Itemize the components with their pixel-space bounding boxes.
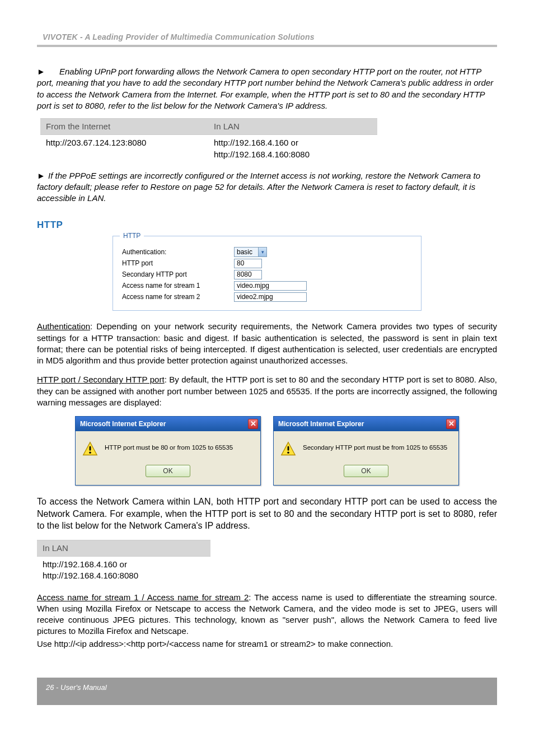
close-icon[interactable]: ✕ [248,419,258,429]
dialog-message: HTTP port must be 80 or from 1025 to 655… [105,441,233,452]
table-row: http://203.67.124.123:8080 http://192.16… [40,135,377,162]
authentication-value: basic [237,248,258,256]
label-access-stream1: Access name for stream 1 [122,281,234,290]
paragraph-use-url: Use http://<ip address>:<http port>/<acc… [37,638,497,650]
close-icon[interactable]: ✕ [446,419,456,429]
note-pppoe: ►If the PPPoE settings are incorrectly c… [37,170,497,204]
table-header-row: From the Internet In LAN [40,119,377,135]
warning-icon [82,441,98,457]
page-footer: 26 - User's Manual [37,678,497,705]
warning-icon [280,441,296,457]
label-access-stream2: Access name for stream 2 [122,292,234,301]
dialog-http-port-warning: Microsoft Internet Explorer ✕ HTTP port … [75,416,261,486]
table-header-row: In LAN [37,540,210,556]
dialog-secondary-port-warning: Microsoft Internet Explorer ✕ Secondary … [273,416,459,486]
table-header-lan: In LAN [37,540,210,556]
footer-text: 26 - User's Manual [46,683,107,692]
note-upnp-text: Enabling UPnP port forwarding allows the… [37,67,493,110]
dialog-titlebar[interactable]: Microsoft Internet Explorer ✕ [274,417,458,431]
ok-button[interactable]: OK [344,465,388,477]
address-table-internet-lan: From the Internet In LAN http://203.67.1… [40,118,377,162]
lan-url-2: http://192.168.4.160:8080 [43,571,138,580]
svg-point-2 [89,452,91,454]
address-table-lan: In LAN http://192.168.4.160 or http://19… [37,540,210,584]
paragraph-authentication: Authentication: Depending on your networ… [37,321,497,366]
access-name-underline: Access name for stream 1 / Access name f… [37,592,249,602]
http-port-input[interactable] [234,259,262,268]
table-row: http://192.168.4.160 or http://192.168.4… [37,557,210,584]
paragraph-access-name: Access name for stream 1 / Access name f… [37,592,497,637]
paragraph-http-port: HTTP port / Secondary HTTP port: By defa… [37,374,497,408]
dialog-titlebar[interactable]: Microsoft Internet Explorer ✕ [76,417,260,431]
authentication-text: : Depending on your network security req… [37,321,497,365]
header-title: VIVOTEK - A Leading Provider of Multimed… [43,32,315,41]
warning-dialogs: Microsoft Internet Explorer ✕ HTTP port … [37,416,497,486]
paragraph-lan-access: To access the Network Camera within LAN,… [37,496,497,532]
authentication-underline: Authentication [37,321,90,331]
note-pppoe-text: If the PPPoE settings are incorrectly co… [37,171,480,203]
label-authentication: Authentication: [122,248,234,256]
page-header: VIVOTEK - A Leading Provider of Multimed… [37,28,497,47]
arrow-icon: ► [37,170,48,181]
ok-button[interactable]: OK [146,465,190,477]
access-stream2-input[interactable] [234,292,307,302]
lan-url-2: http://192.168.4.160:8080 [214,150,310,159]
dialog-message: Secondary HTTP port must be from 1025 to… [303,441,447,452]
cell-lan-urls: http://192.168.4.160 or http://192.168.4… [208,135,377,162]
arrow-icon: ► [37,66,48,77]
dialog-title-text: Microsoft Internet Explorer [80,419,166,428]
cell-internet-url: http://203.67.124.123:8080 [40,135,208,162]
label-http-port: HTTP port [122,259,234,268]
table-header-lan: In LAN [208,119,377,135]
chevron-down-icon[interactable]: ▾ [258,248,266,256]
note-upnp: ►Enabling UPnP port forwarding allows th… [37,66,497,111]
http-panel-legend: HTTP [120,231,144,240]
lan-url-1: http://192.168.4.160 or [43,559,127,569]
access-stream1-input[interactable] [234,281,307,291]
secondary-http-port-input[interactable] [234,270,262,279]
authentication-select[interactable]: basic ▾ [234,247,267,257]
svg-rect-1 [90,446,91,451]
table-header-internet: From the Internet [40,119,208,135]
label-secondary-http-port: Secondary HTTP port [122,270,234,279]
svg-point-5 [287,452,289,454]
svg-rect-4 [288,446,289,451]
http-port-underline: HTTP port / Secondary HTTP port [37,375,165,384]
dialog-title-text: Microsoft Internet Explorer [278,419,364,428]
section-heading-http: HTTP [37,219,497,232]
cell-lan-urls: http://192.168.4.160 or http://192.168.4… [37,557,210,584]
lan-url-1: http://192.168.4.160 or [214,138,298,147]
http-settings-panel: HTTP Authentication: basic ▾ HTTP port S… [113,236,421,311]
